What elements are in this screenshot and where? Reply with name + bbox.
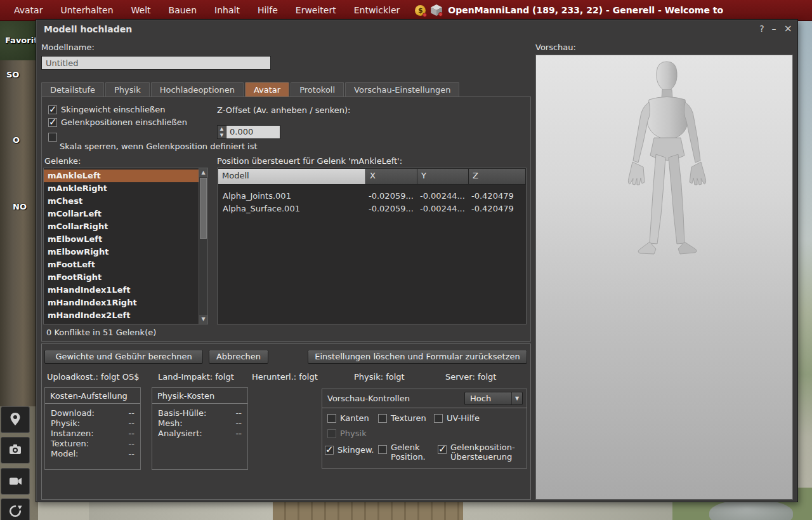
cost-value: -- (129, 418, 134, 429)
list-item-joint[interactable]: mCollarRight (44, 220, 199, 233)
list-item-joint[interactable]: mFootLeft (44, 258, 199, 271)
lock-scale-checkbox[interactable]: ✓ (48, 133, 57, 142)
currency-icon[interactable]: $ (415, 5, 426, 16)
column-header-modell[interactable]: Modell (218, 169, 365, 184)
joint-position-checkbox[interactable]: ✓ (378, 445, 387, 454)
spinner-up-icon[interactable]: ▲ (218, 126, 226, 132)
skin-weights-checkbox[interactable]: ✓ (48, 105, 57, 114)
model-name-input[interactable] (41, 56, 271, 70)
joint-positions-checkbox[interactable]: ✓ (48, 118, 57, 127)
z-offset-spinner: ▲ ▼ 0.000 (217, 125, 280, 139)
list-item-joint[interactable]: mChest (44, 195, 199, 208)
scrollbar-thumb[interactable] (200, 178, 207, 239)
tab-physik[interactable]: Physik (105, 82, 150, 97)
menu-avatar[interactable]: Avatar (5, 0, 51, 20)
z-offset-value[interactable]: 0.000 (226, 125, 280, 139)
favorites-bar-label: Favorit (5, 36, 37, 45)
check-icon: ✓ (49, 103, 57, 115)
cost-label: Texturen: (51, 439, 89, 449)
camera-controls-button[interactable] (1, 468, 30, 495)
menu-inhalt[interactable]: Inhalt (206, 0, 249, 20)
minimize-button[interactable]: – (772, 20, 776, 37)
physics-value: -- (236, 429, 242, 439)
tab-protokoll[interactable]: Protokoll (291, 82, 344, 97)
lock-scale-label: Skala sperren, wenn Gelenkposition defin… (60, 142, 258, 151)
skin-weight-preview-checkbox-row: ✓ Skingew. (325, 445, 374, 455)
spinner-down-icon[interactable]: ▼ (218, 132, 226, 138)
list-item-joint[interactable]: mHandIndex1Right (44, 297, 199, 309)
menu-bauen[interactable]: Bauen (160, 0, 206, 20)
menu-erweitert[interactable]: Erweitert (287, 0, 345, 20)
menu-hilfe[interactable]: Hilfe (249, 0, 287, 20)
dialog-titlebar[interactable]: Modell hochladen ? – × (36, 20, 797, 37)
refresh-icon (8, 504, 22, 520)
table-row[interactable]: Alpha_Joints.001 -0.02059... -0.00244...… (218, 190, 526, 203)
check-icon: ✓ (49, 116, 57, 128)
table-row[interactable]: Alpha_Surface.001 -0.02059... -0.00244..… (218, 203, 526, 215)
tab-hochladeoptionen[interactable]: Hochladeoptionen (151, 82, 244, 97)
physics-row: Basis-Hülle:-- (158, 408, 242, 418)
calculate-button[interactable]: Gewichte und Gebühr berechnen (44, 350, 203, 364)
close-button[interactable]: × (784, 20, 792, 37)
physics-label: Basis-Hülle: (158, 408, 206, 418)
list-item-joint[interactable]: mAnkleRight (44, 182, 199, 195)
physics-checkbox[interactable]: ✓ (327, 429, 336, 438)
cost-value: -- (129, 439, 134, 449)
joint-override-checkbox[interactable]: ✓ (438, 445, 447, 454)
snapshot-button[interactable] (1, 437, 30, 463)
cell-y: -0.00244... (417, 203, 468, 215)
status-icons: $ (415, 4, 443, 17)
list-item-joint[interactable]: mAnkleLeft (44, 170, 199, 182)
uv-guide-checkbox[interactable]: ✓ (434, 414, 443, 423)
conflicts-text: 0 Konflikte in 51 Gelenk(e) (46, 328, 156, 337)
edges-checkbox[interactable]: ✓ (327, 414, 336, 423)
tab-avatar[interactable]: Avatar (245, 82, 289, 97)
tab-vorschau-einstellungen[interactable]: Vorschau-Einstellungen (345, 82, 459, 97)
help-button[interactable]: ? (759, 20, 764, 37)
joints-list[interactable]: mAnkleLeft mAnkleRight mChest mCollarLef… (43, 168, 208, 324)
list-item-joint[interactable]: mElbowRight (44, 246, 199, 258)
list-item-joint[interactable]: mHandIndex2Left (44, 309, 199, 322)
list-item-joint[interactable]: mElbowLeft (44, 233, 199, 246)
inventory-box-icon[interactable] (430, 4, 443, 17)
textures-checkbox[interactable]: ✓ (378, 414, 387, 423)
physics-row: Analysiert:-- (158, 429, 242, 439)
tab-detailstufe[interactable]: Detailstufe (41, 82, 104, 97)
override-table-label: Position übersteuert für Gelenk 'mAnkleL… (217, 156, 402, 166)
preview-label: Vorschau: (535, 43, 576, 52)
preview-viewport[interactable] (535, 55, 793, 500)
joint-positions-label: Gelenkpositionen einschließen (61, 117, 187, 127)
scroll-down-icon[interactable]: ▼ (199, 315, 207, 324)
column-header-x[interactable]: X (366, 169, 417, 184)
scrollbar[interactable]: ▲ ▼ (199, 168, 207, 324)
landmark-button[interactable] (1, 406, 30, 433)
map-pin-icon (8, 412, 22, 428)
scroll-up-icon[interactable]: ▲ (199, 168, 207, 177)
cancel-button[interactable]: Abbrechen (209, 350, 268, 364)
skin-weight-preview-checkbox[interactable]: ✓ (325, 446, 334, 455)
upload-cost-stat: Uploadkost.: folgt OS$ (47, 372, 139, 382)
column-header-y[interactable]: Y (417, 169, 468, 184)
list-item-joint[interactable]: mCollarLeft (44, 208, 199, 220)
menu-welt[interactable]: Welt (122, 0, 160, 20)
column-header-z[interactable]: Z (469, 169, 525, 184)
cost-row: Instanzen:-- (51, 429, 134, 439)
detail-level-dropdown[interactable]: Hoch ▼ (464, 392, 523, 405)
cost-breakdown-box: Kosten-Aufstellung Download:-- Physik:--… (44, 387, 141, 470)
menu-entwickler[interactable]: Entwickler (345, 0, 409, 20)
list-item-joint[interactable]: mFootRight (44, 271, 199, 284)
physics-checkbox-row: ✓ Physik (327, 429, 367, 438)
currency-symbol: $ (418, 6, 423, 15)
chevron-down-icon: ▼ (511, 392, 522, 404)
cell-model: Alpha_Surface.001 (218, 203, 365, 215)
reset-button[interactable]: Einstellungen löschen und Formular zurüc… (308, 350, 527, 364)
physics-label: Analysiert: (158, 429, 202, 439)
edges-label: Kanten (340, 413, 369, 423)
cost-row: Physik:-- (51, 418, 134, 429)
refresh-button[interactable] (1, 498, 30, 520)
skin-weight-preview-label: Skingew. (337, 445, 374, 455)
menu-unterhalten[interactable]: Unterhalten (51, 0, 122, 20)
spinner-arrows: ▲ ▼ (217, 125, 226, 139)
window-controls: ? – × (759, 20, 792, 37)
list-item-joint[interactable]: mHandIndex1Left (44, 284, 199, 297)
